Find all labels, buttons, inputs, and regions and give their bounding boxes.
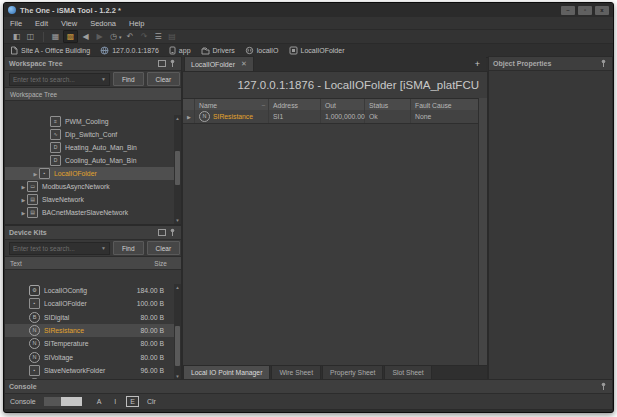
breadcrumb-localio[interactable]: localIO bbox=[245, 46, 279, 55]
minimize-button[interactable]: – bbox=[561, 6, 575, 15]
chevron-down-icon[interactable]: ▼ bbox=[101, 245, 106, 251]
view-title: 127.0.0.1:1876 - LocalIOFolder [iSMA_pla… bbox=[183, 72, 479, 98]
column-text[interactable]: Text bbox=[10, 260, 22, 267]
tree-item[interactable]: ▶ ▤ SlaveNetwork bbox=[5, 193, 174, 206]
print-icon[interactable]: ▤ bbox=[166, 31, 179, 42]
menu-help[interactable]: Help bbox=[129, 19, 144, 28]
kit-grid-icon[interactable]: ▦ bbox=[49, 31, 62, 42]
expander-icon[interactable]: ▶ bbox=[20, 197, 27, 203]
breadcrumb-app[interactable]: app bbox=[169, 46, 191, 55]
row-selector: ▶ bbox=[183, 110, 195, 123]
add-tab-icon[interactable]: + bbox=[475, 59, 480, 69]
table-scrollbar[interactable] bbox=[478, 98, 487, 366]
scroll-up-icon[interactable]: ▲ bbox=[174, 115, 181, 122]
plug-icon bbox=[245, 46, 254, 55]
undo-icon[interactable]: ↶ bbox=[124, 31, 137, 42]
maximize-button[interactable]: ▫ bbox=[578, 6, 592, 15]
float-panel-icon[interactable] bbox=[157, 228, 166, 237]
workspace-tree-panel: Workspace Tree ▼ Find Clear Workspace Tr… bbox=[4, 56, 182, 225]
pin-icon[interactable] bbox=[168, 228, 177, 237]
list-item[interactable]: N SIVoltage 80.00 B bbox=[5, 350, 174, 363]
toggle-bottom-panel-icon[interactable]: ◫ bbox=[24, 31, 37, 42]
list-item[interactable]: B SIDigital 80.00 B bbox=[5, 311, 174, 324]
tab-slot-sheet[interactable]: Slot Sheet bbox=[384, 366, 431, 380]
scroll-down-icon[interactable]: ▼ bbox=[174, 217, 181, 224]
workspace-scrollbar[interactable]: ▲ ▼ bbox=[174, 115, 181, 224]
pin-icon[interactable] bbox=[599, 382, 608, 391]
scroll-up-icon[interactable]: ▲ bbox=[174, 284, 181, 291]
list-item[interactable]: ▪ LocalIOFolder 100.00 B bbox=[5, 297, 174, 310]
device-kits-scrollbar[interactable]: ▲ ▼ bbox=[174, 284, 181, 380]
gear-icon: ⚙ bbox=[29, 285, 40, 296]
forward-icon[interactable]: ▶ bbox=[93, 31, 106, 42]
console-filter-all[interactable]: A bbox=[94, 397, 105, 406]
tree-item[interactable]: D Cooling_Auto_Man_Bin bbox=[5, 154, 174, 167]
tab-local-io-point-manager[interactable]: Local IO Point Manager bbox=[183, 366, 270, 380]
io-folder-icon: ▪ bbox=[29, 298, 40, 309]
globe-icon bbox=[100, 46, 109, 55]
table-row[interactable]: ▶ N SIResistance SI1 1,000,000.00 Ok Non… bbox=[183, 110, 479, 124]
pin-icon[interactable] bbox=[168, 59, 177, 68]
network-icon: ▤ bbox=[27, 207, 38, 218]
network-icon: ▤ bbox=[27, 194, 38, 205]
toolbar-separator bbox=[43, 32, 44, 42]
pin-icon[interactable] bbox=[599, 59, 608, 68]
sort-indicator-icon[interactable]: – bbox=[262, 102, 265, 108]
close-button[interactable]: x bbox=[595, 6, 609, 15]
breadcrumb-device[interactable]: 127.0.0.1:1876 bbox=[100, 46, 159, 55]
history-caret-icon[interactable]: ▾ bbox=[119, 34, 122, 40]
console-clear-button[interactable]: Clr bbox=[144, 397, 159, 406]
component-icon: ∿ bbox=[50, 129, 61, 140]
tab-wire-sheet[interactable]: Wire Sheet bbox=[271, 366, 321, 380]
workspace-find-button[interactable]: Find bbox=[113, 72, 144, 86]
close-tab-icon[interactable]: ✕ bbox=[241, 60, 247, 68]
device-kits-search-box: ▼ bbox=[9, 242, 110, 255]
breadcrumb-site[interactable]: Site A - Office Building bbox=[10, 46, 90, 55]
menu-view[interactable]: View bbox=[61, 19, 77, 28]
device-kits-clear-button[interactable]: Clear bbox=[147, 241, 181, 255]
kit-grid-active-icon[interactable]: ▩ bbox=[63, 30, 78, 43]
list-icon[interactable]: ☰ bbox=[152, 31, 165, 42]
list-item[interactable]: ⚙ LocalIOConfig 184.00 B bbox=[5, 284, 174, 297]
tree-item-selected[interactable]: ▶ ▪ LocalIOFolder bbox=[5, 167, 174, 180]
workspace-search-input[interactable] bbox=[13, 76, 101, 83]
device-kits-search-row: ▼ Find Clear bbox=[5, 240, 181, 256]
expander-icon[interactable]: ▶ bbox=[20, 210, 27, 216]
list-item-selected[interactable]: N SIResistance 80.00 B bbox=[5, 324, 174, 337]
io-folder-icon: ▪ bbox=[29, 365, 40, 376]
chevron-down-icon[interactable]: ▼ bbox=[101, 76, 106, 82]
document-icon bbox=[10, 46, 18, 55]
console-panel: Console Console A I E Clr bbox=[4, 379, 613, 410]
workspace-tree-column-header[interactable]: Workspace Tree bbox=[5, 87, 181, 101]
column-size[interactable]: Size bbox=[154, 260, 167, 267]
tree-item[interactable]: ▶ ▭ ModbusAsyncNetwork bbox=[5, 180, 174, 193]
breadcrumb-folder[interactable]: LocalIOFolder bbox=[289, 46, 345, 55]
device-kits-find-button[interactable]: Find bbox=[113, 241, 144, 255]
tree-item[interactable]: ≡ PWM_Cooling bbox=[5, 115, 174, 128]
console-filter-info[interactable]: I bbox=[111, 397, 119, 406]
workspace-clear-button[interactable]: Clear bbox=[147, 72, 181, 86]
toggle-left-panel-icon[interactable]: ◧ bbox=[10, 31, 23, 42]
tree-item[interactable]: ∿ Dip_Switch_Conf bbox=[5, 128, 174, 141]
menu-file[interactable]: File bbox=[10, 19, 22, 28]
expander-icon[interactable]: ▶ bbox=[20, 184, 27, 190]
breadcrumb-drivers[interactable]: Drivers bbox=[201, 46, 235, 55]
back-icon[interactable]: ◀ bbox=[79, 31, 92, 42]
cell-out: 1,000,000.00 bbox=[321, 110, 365, 123]
console-filter-error[interactable]: E bbox=[126, 396, 139, 407]
menu-edit[interactable]: Edit bbox=[35, 19, 48, 28]
list-item[interactable]: N SITemperature 80.00 B bbox=[5, 337, 174, 350]
float-panel-icon[interactable] bbox=[157, 59, 166, 68]
redo-icon[interactable]: ↷ bbox=[138, 31, 151, 42]
numeric-point-icon: N bbox=[29, 338, 40, 349]
list-item[interactable]: ▪ SlaveNetworkFolder 96.00 B bbox=[5, 364, 174, 377]
tab-localiofolder[interactable]: LocalIOFolder ✕ bbox=[184, 56, 254, 71]
tree-item[interactable]: D Heating_Auto_Man_Bin bbox=[5, 141, 174, 154]
tree-item[interactable]: ▶ ▤ BACnetMasterSlaveNetwork bbox=[5, 206, 174, 219]
menu-sedona[interactable]: Sedona bbox=[90, 19, 116, 28]
tab-property-sheet[interactable]: Property Sheet bbox=[322, 366, 383, 380]
console-meter bbox=[44, 397, 82, 406]
device-kits-search-input[interactable] bbox=[13, 245, 101, 252]
console-header: Console bbox=[5, 380, 612, 394]
expander-icon[interactable]: ▶ bbox=[32, 171, 39, 177]
